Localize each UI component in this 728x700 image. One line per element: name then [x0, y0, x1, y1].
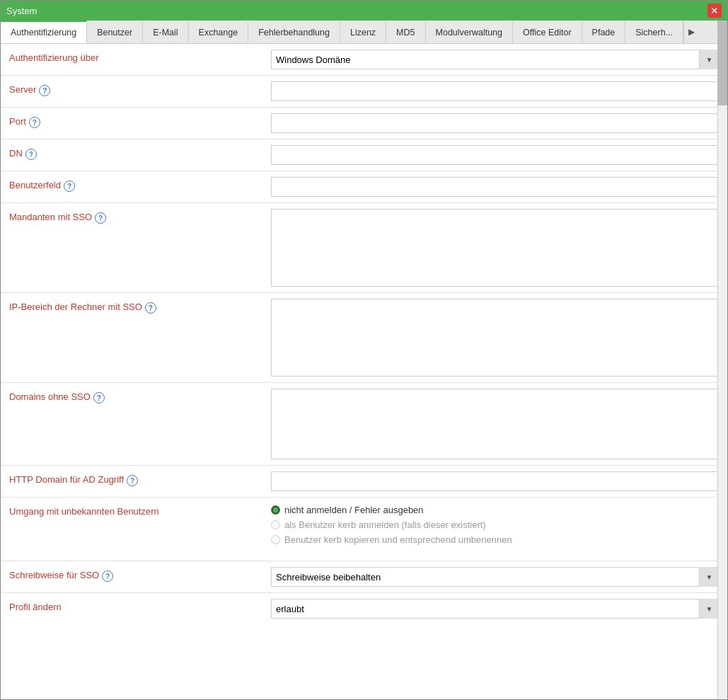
help-icon-schreibweise-sso[interactable]: ?: [102, 570, 113, 582]
radio-option-kerb-kopieren[interactable]: Benutzer kerb kopieren und entsprechend …: [271, 534, 719, 545]
input-col-profil-aendern: erlaubt nicht erlaubt ▼: [271, 599, 719, 619]
select-schreibweise-sso[interactable]: Schreibweise beibehalten Kleinbuchstaben…: [271, 567, 719, 587]
radio-option-nicht-anmelden[interactable]: nicht anmelden / Fehler ausgeben: [271, 505, 719, 515]
help-icon-server[interactable]: ?: [39, 85, 50, 96]
tab-benutzer[interactable]: Benutzer: [87, 21, 143, 43]
label-ip-bereich: IP-Bereich der Rechner mit SSO ?: [9, 299, 271, 314]
label-schreibweise-sso: Schreibweise für SSO ?: [9, 567, 271, 582]
label-server: Server ?: [9, 81, 271, 96]
input-col-dn: [271, 145, 719, 165]
input-col-authentifizierung-ueber: Windows Domäne LDAP Lokal ▼: [271, 50, 719, 69]
input-port[interactable]: [271, 113, 719, 133]
row-mandanten-mit-sso: Mandanten mit SSO ?: [1, 203, 727, 293]
label-port: Port ?: [9, 113, 271, 128]
tab-email[interactable]: E-Mail: [143, 21, 188, 43]
tab-pfade[interactable]: Pfade: [582, 21, 626, 43]
tab-sicherh[interactable]: Sicherh...: [625, 21, 683, 43]
textarea-mandanten-mit-sso[interactable]: [271, 209, 719, 287]
input-benutzerfeld[interactable]: [271, 177, 719, 197]
row-http-domain: HTTP Domain für AD Zugriff ?: [1, 466, 727, 498]
label-domains-ohne-sso: Domains ohne SSO ?: [9, 389, 271, 403]
input-col-port: [271, 113, 719, 133]
select-wrapper-authentifizierung-ueber: Windows Domäne LDAP Lokal ▼: [271, 50, 719, 69]
radio-kerb-anmelden[interactable]: [271, 520, 280, 529]
row-benutzerfeld: Benutzerfeld ?: [1, 171, 727, 203]
input-server[interactable]: [271, 81, 719, 101]
input-col-benutzerfeld: [271, 177, 719, 197]
select-authentifizierung-ueber[interactable]: Windows Domäne LDAP Lokal: [271, 50, 719, 69]
window-title: System: [6, 6, 37, 16]
select-wrapper-schreibweise-sso: Schreibweise beibehalten Kleinbuchstaben…: [271, 567, 719, 587]
help-icon-http-domain[interactable]: ?: [127, 475, 138, 486]
tab-modulverwaltung[interactable]: Modulverwaltung: [426, 21, 514, 43]
label-umgang-unbekannte-benutzer: Umgang mit unbekannten Benutzern: [9, 503, 271, 517]
help-icon-mandanten-mit-sso[interactable]: ?: [95, 212, 106, 224]
input-http-domain[interactable]: [271, 471, 719, 491]
tab-exchange[interactable]: Exchange: [189, 21, 249, 43]
tab-office-editor[interactable]: Office Editor: [513, 21, 582, 43]
label-profil-aendern: Profil ändern: [9, 599, 271, 612]
input-col-http-domain: [271, 471, 719, 491]
label-dn: DN ?: [9, 145, 271, 160]
input-col-server: [271, 81, 719, 101]
help-icon-ip-bereich[interactable]: ?: [145, 302, 156, 314]
tab-scroll-right[interactable]: ▶: [683, 21, 699, 43]
tab-fehlerbehandlung[interactable]: Fehlerbehandlung: [248, 21, 340, 43]
close-button[interactable]: ✕: [707, 4, 722, 18]
scrollbar-thumb[interactable]: [717, 21, 727, 105]
row-schreibweise-sso: Schreibweise für SSO ? Schreibweise beib…: [1, 561, 727, 593]
input-col-ip-bereich: [271, 299, 719, 377]
title-bar: System ✕: [1, 1, 727, 21]
textarea-domains-ohne-sso[interactable]: [271, 389, 719, 459]
main-window: System ✕ Authentifizierung Benutzer E-Ma…: [0, 0, 728, 700]
radio-nicht-anmelden[interactable]: [271, 505, 280, 515]
row-domains-ohne-sso: Domains ohne SSO ?: [1, 383, 727, 466]
radio-option-kerb-anmelden[interactable]: als Benutzer kerb anmelden (falls dieser…: [271, 520, 719, 530]
radio-kerb-kopieren[interactable]: [271, 535, 280, 544]
row-server: Server ?: [1, 76, 727, 108]
row-ip-bereich: IP-Bereich der Rechner mit SSO ?: [1, 293, 727, 383]
tabs-bar: Authentifizierung Benutzer E-Mail Exchan…: [1, 21, 727, 44]
row-dn: DN ?: [1, 139, 727, 171]
tab-md5[interactable]: MD5: [386, 21, 425, 43]
scrollbar-track: [717, 21, 727, 699]
label-benutzerfeld: Benutzerfeld ?: [9, 177, 271, 192]
input-dn[interactable]: [271, 145, 719, 165]
input-col-schreibweise-sso: Schreibweise beibehalten Kleinbuchstaben…: [271, 567, 719, 587]
row-umgang-unbekannte-benutzer: Umgang mit unbekannten Benutzern nicht a…: [1, 498, 727, 561]
radio-group-umgang: nicht anmelden / Fehler ausgeben als Ben…: [271, 503, 719, 545]
label-http-domain: HTTP Domain für AD Zugriff ?: [9, 471, 271, 486]
tab-authentifizierung[interactable]: Authentifizierung: [1, 21, 87, 43]
row-authentifizierung-ueber: Authentifizierung über Windows Domäne LD…: [1, 44, 727, 76]
help-icon-port[interactable]: ?: [29, 117, 40, 128]
content-area: Authentifizierung über Windows Domäne LD…: [1, 44, 727, 698]
textarea-ip-bereich[interactable]: [271, 299, 719, 377]
input-col-domains-ohne-sso: [271, 389, 719, 459]
row-port: Port ?: [1, 108, 727, 139]
select-wrapper-profil-aendern: erlaubt nicht erlaubt ▼: [271, 599, 719, 619]
label-authentifizierung-ueber: Authentifizierung über: [9, 50, 271, 63]
row-profil-aendern: Profil ändern erlaubt nicht erlaubt ▼: [1, 593, 727, 624]
select-profil-aendern[interactable]: erlaubt nicht erlaubt: [271, 599, 719, 619]
tab-lizenz[interactable]: Lizenz: [340, 21, 386, 43]
input-col-umgang-unbekannte-benutzer: nicht anmelden / Fehler ausgeben als Ben…: [271, 503, 719, 545]
label-mandanten-mit-sso: Mandanten mit SSO ?: [9, 209, 271, 224]
help-icon-dn[interactable]: ?: [25, 149, 37, 160]
help-icon-benutzerfeld[interactable]: ?: [64, 180, 75, 192]
help-icon-domains-ohne-sso[interactable]: ?: [93, 392, 105, 403]
input-col-mandanten-mit-sso: [271, 209, 719, 287]
